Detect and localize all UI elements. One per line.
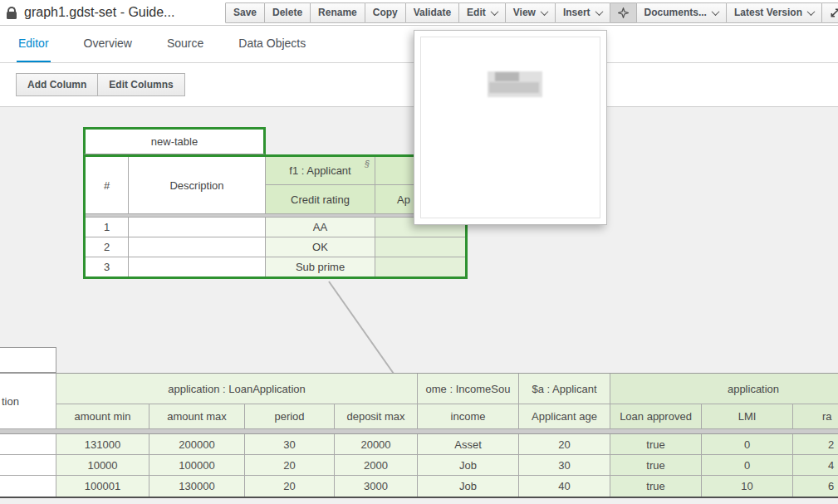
period-cell[interactable]: 30 bbox=[245, 434, 335, 455]
top-table-name[interactable]: new-table bbox=[83, 127, 266, 154]
edit-menu-label: Edit bbox=[467, 7, 486, 18]
view-menu-button[interactable]: View bbox=[505, 2, 556, 23]
deposit-max-cell[interactable]: 2000 bbox=[335, 455, 418, 476]
amount-min-cell[interactable]: 10000 bbox=[56, 455, 149, 476]
loan-approved-cell[interactable]: true bbox=[610, 434, 702, 455]
bottom-table-header: tion application : LoanApplication ome :… bbox=[0, 373, 838, 429]
description-cell[interactable] bbox=[129, 257, 266, 276]
income-cell[interactable]: Job bbox=[418, 476, 519, 497]
applicant-age-cell[interactable]: 40 bbox=[519, 476, 610, 497]
add-column-button[interactable]: Add Column bbox=[16, 73, 98, 96]
asset-title-area: graph1.gdst-set - Guide... bbox=[7, 5, 226, 20]
row-number-cell[interactable]: 2 bbox=[86, 237, 129, 257]
copy-button[interactable]: Copy bbox=[365, 2, 406, 23]
amount-max-cell[interactable]: 130000 bbox=[149, 476, 245, 497]
description-cell[interactable] bbox=[129, 218, 266, 237]
tab-source[interactable]: Source bbox=[165, 26, 205, 62]
group-header-applicant[interactable]: $a : Applicant bbox=[519, 374, 610, 404]
bottom-decision-table[interactable]: tion application : LoanApplication ome :… bbox=[0, 373, 838, 497]
table-bottom-edge bbox=[0, 497, 838, 498]
application-window: graph1.gdst-set - Guide... Save Delete R… bbox=[0, 0, 838, 504]
bottom-table-name[interactable] bbox=[0, 347, 56, 373]
period-cell[interactable]: 20 bbox=[245, 455, 335, 476]
edit-columns-button[interactable]: Edit Columns bbox=[97, 73, 184, 96]
column-header-rate[interactable]: ra bbox=[793, 404, 838, 429]
asset-title: graph1.gdst-set - Guide... bbox=[24, 5, 174, 20]
column-header-period[interactable]: period bbox=[245, 404, 335, 429]
tab-overview[interactable]: Overview bbox=[82, 26, 134, 62]
rate-cell[interactable]: 6 bbox=[793, 476, 838, 497]
fact-pattern-label: f1 : Applicant bbox=[289, 164, 350, 177]
credit-rating-cell[interactable]: AA bbox=[266, 218, 375, 237]
amount-min-cell[interactable]: 100001 bbox=[56, 476, 149, 497]
lmi-cell[interactable]: 0 bbox=[702, 455, 793, 476]
save-button[interactable]: Save bbox=[225, 2, 265, 23]
rate-cell[interactable]: 4 bbox=[793, 455, 838, 476]
rate-cell[interactable]: 2 bbox=[793, 434, 838, 455]
table-row: 10000 100000 20 2000 Job 30 true 0 4 bbox=[0, 455, 838, 476]
chevron-down-icon bbox=[540, 7, 548, 16]
column-header-applicant-age[interactable]: Applicant age bbox=[519, 404, 610, 429]
version-menu-button[interactable]: Latest Version bbox=[726, 2, 822, 23]
income-cell[interactable]: Job bbox=[418, 455, 519, 476]
chevron-down-icon bbox=[807, 7, 816, 16]
documents-menu-button[interactable]: Documents... bbox=[636, 2, 727, 23]
column-header-deposit-max[interactable]: deposit max bbox=[335, 404, 418, 429]
description-header[interactable]: Description bbox=[129, 157, 266, 214]
credit-rating-cell[interactable]: Sub prime bbox=[266, 257, 375, 276]
condition-column-header[interactable]: Credit rating bbox=[266, 185, 375, 214]
description-cell[interactable] bbox=[0, 455, 56, 476]
insert-menu-button[interactable]: Insert bbox=[555, 2, 610, 23]
applicant-age-cell[interactable]: 20 bbox=[519, 434, 610, 455]
group-header-application-actions[interactable]: application bbox=[610, 374, 838, 404]
amount-max-cell[interactable]: 200000 bbox=[149, 434, 245, 455]
fact-pattern-header[interactable]: f1 : Applicant § bbox=[266, 157, 375, 185]
row-number-cell[interactable]: 1 bbox=[86, 218, 129, 237]
tab-editor[interactable]: Editor bbox=[17, 26, 51, 62]
deposit-max-cell[interactable]: 20000 bbox=[335, 434, 418, 455]
lmi-cell[interactable]: 0 bbox=[702, 434, 793, 455]
top-table-header: # Description f1 : Applicant § Credit ra… bbox=[86, 157, 465, 214]
credit-rating-cell[interactable]: OK bbox=[266, 237, 375, 257]
tab-data-objects[interactable]: Data Objects bbox=[237, 26, 307, 62]
amount-min-cell[interactable]: 131000 bbox=[56, 434, 149, 455]
loan-approved-cell[interactable]: true bbox=[610, 476, 702, 497]
row-number-header[interactable]: # bbox=[86, 157, 129, 214]
column-header-amount-max[interactable]: amount max bbox=[149, 404, 245, 429]
description-cell[interactable] bbox=[0, 476, 56, 497]
column-header-income[interactable]: income bbox=[418, 404, 519, 429]
edit-menu-button[interactable]: Edit bbox=[458, 2, 506, 23]
version-menu-label: Latest Version bbox=[734, 7, 802, 18]
applicant-age-cell[interactable]: 30 bbox=[519, 455, 610, 476]
group-header-loan-application[interactable]: application : LoanApplication bbox=[56, 374, 418, 404]
delete-button[interactable]: Delete bbox=[264, 2, 311, 23]
move-mode-button[interactable] bbox=[610, 2, 637, 23]
amount-max-cell[interactable]: 100000 bbox=[149, 455, 245, 476]
asset-toolbar: graph1.gdst-set - Guide... Save Delete R… bbox=[0, 0, 838, 26]
deposit-max-cell[interactable]: 3000 bbox=[335, 476, 418, 497]
lmi-cell[interactable]: 10 bbox=[702, 476, 793, 497]
applicant-cell[interactable] bbox=[375, 257, 465, 276]
blurred-block bbox=[495, 72, 519, 81]
description-cell[interactable] bbox=[0, 434, 56, 455]
popup-panel[interactable] bbox=[414, 30, 607, 225]
link-icon: § bbox=[365, 159, 370, 169]
column-header-amount-min[interactable]: amount min bbox=[56, 404, 149, 429]
applicant-cell[interactable] bbox=[375, 237, 465, 257]
expand-icon bbox=[830, 7, 838, 18]
income-cell[interactable]: Asset bbox=[418, 434, 519, 455]
expand-button[interactable] bbox=[821, 2, 838, 23]
period-cell[interactable]: 20 bbox=[245, 476, 335, 497]
rename-button[interactable]: Rename bbox=[310, 2, 365, 23]
description-cell[interactable] bbox=[129, 237, 266, 257]
validate-button[interactable]: Validate bbox=[405, 2, 459, 23]
loan-approved-cell[interactable]: true bbox=[610, 455, 702, 476]
popup-inner-border bbox=[420, 37, 600, 218]
group-header-income-source[interactable]: ome : IncomeSou bbox=[418, 374, 519, 404]
column-header-loan-approved[interactable]: Loan approved bbox=[610, 404, 702, 429]
description-header[interactable]: tion bbox=[0, 374, 56, 429]
column-header-lmi[interactable]: LMI bbox=[702, 404, 793, 429]
top-decision-table[interactable]: # Description f1 : Applicant § Credit ra… bbox=[83, 154, 468, 279]
row-number-cell[interactable]: 3 bbox=[86, 257, 129, 276]
table-row: 3 Sub prime bbox=[86, 257, 465, 276]
